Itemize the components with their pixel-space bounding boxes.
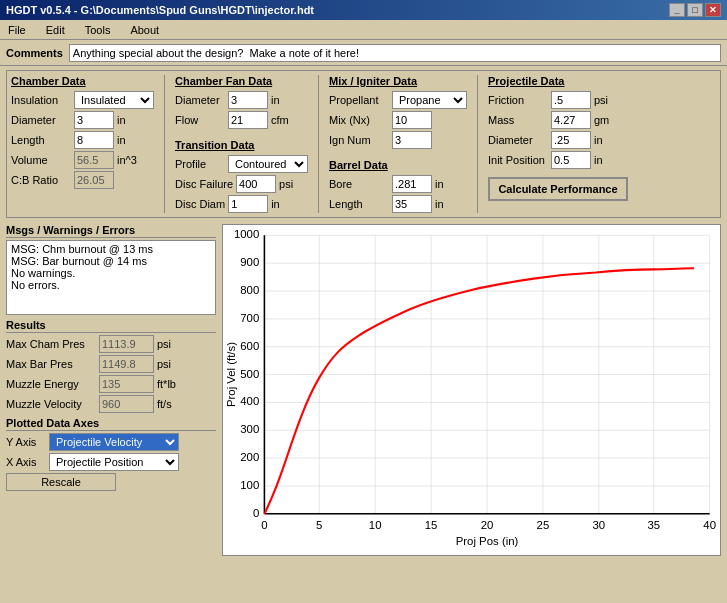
chamber-length-row: Length in — [11, 131, 154, 149]
disc-diam-label: Disc Diam — [175, 198, 225, 210]
profile-label: Profile — [175, 158, 225, 170]
minimize-button[interactable]: _ — [669, 3, 685, 17]
max-bar-pres-row: Max Bar Pres psi — [6, 355, 216, 373]
chamber-volume-label: Volume — [11, 154, 71, 166]
comments-bar: Comments — [0, 40, 727, 66]
svg-text:200: 200 — [240, 451, 259, 463]
muzzle-velocity-row: Muzzle Velocity ft/s — [6, 395, 216, 413]
init-position-input[interactable] — [551, 151, 591, 169]
results-section: Results Max Cham Pres psi Max Bar Pres p… — [6, 319, 216, 413]
disc-diam-input[interactable] — [228, 195, 268, 213]
mass-input[interactable] — [551, 111, 591, 129]
bore-row: Bore in — [329, 175, 467, 193]
barrel-length-label: Length — [329, 198, 389, 210]
propellant-select[interactable]: Propane Butane Methane — [392, 91, 467, 109]
messages-title: Msgs / Warnings / Errors — [6, 224, 216, 238]
svg-text:20: 20 — [481, 519, 494, 531]
title-bar: HGDT v0.5.4 - G:\Documents\Spud Guns\HGD… — [0, 0, 727, 20]
chamber-length-unit: in — [117, 134, 142, 146]
friction-label: Friction — [488, 94, 548, 106]
svg-text:15: 15 — [425, 519, 438, 531]
max-bar-pres-unit: psi — [157, 358, 182, 370]
fan-data-title: Chamber Fan Data — [175, 75, 308, 87]
messages-box: MSG: Chm burnout @ 13 ms MSG: Bar burnou… — [6, 240, 216, 315]
mix-nx-input[interactable] — [392, 111, 432, 129]
window-title: HGDT v0.5.4 - G:\Documents\Spud Guns\HGD… — [6, 4, 314, 16]
top-panels: Chamber Data Insulation Insulated Non-In… — [6, 70, 721, 218]
proj-diameter-input[interactable] — [551, 131, 591, 149]
chamber-length-input[interactable] — [74, 131, 114, 149]
insulation-label: Insulation — [11, 94, 71, 106]
svg-text:0: 0 — [253, 507, 259, 519]
svg-text:1000: 1000 — [234, 228, 259, 240]
chamber-diameter-row: Diameter in — [11, 111, 154, 129]
mix-nx-label: Mix (Nx) — [329, 114, 389, 126]
svg-text:0: 0 — [261, 519, 267, 531]
msg-line-3: No warnings. — [11, 267, 211, 279]
chamber-data-title: Chamber Data — [11, 75, 154, 87]
calculate-performance-button[interactable]: Calculate Performance — [488, 177, 628, 201]
svg-text:600: 600 — [240, 340, 259, 352]
x-axis-select[interactable]: Projectile Position Time — [49, 453, 179, 471]
ign-num-input[interactable] — [392, 131, 432, 149]
maximize-button[interactable]: □ — [687, 3, 703, 17]
muzzle-velocity-label: Muzzle Velocity — [6, 398, 96, 410]
insulation-row: Insulation Insulated Non-Insulated — [11, 91, 154, 109]
x-axis-label: X Axis — [6, 456, 46, 468]
close-button[interactable]: ✕ — [705, 3, 721, 17]
proj-diameter-row: Diameter in — [488, 131, 628, 149]
fan-diameter-unit: in — [271, 94, 296, 106]
menu-edit[interactable]: Edit — [42, 23, 69, 37]
y-axis-select[interactable]: Projectile Velocity Chamber Pressure Bar… — [49, 433, 179, 451]
fan-diameter-input[interactable] — [228, 91, 268, 109]
chart-svg: 0 5 10 15 20 25 30 35 40 0 100 200 300 4… — [223, 225, 720, 555]
disc-failure-input[interactable] — [236, 175, 276, 193]
rescale-button[interactable]: Rescale — [6, 473, 116, 491]
svg-text:400: 400 — [240, 395, 259, 407]
propellant-label: Propellant — [329, 94, 389, 106]
menu-about[interactable]: About — [126, 23, 163, 37]
insulation-select[interactable]: Insulated Non-Insulated — [74, 91, 154, 109]
menu-file[interactable]: File — [4, 23, 30, 37]
chamber-diameter-input[interactable] — [74, 111, 114, 129]
window-controls: _ □ ✕ — [669, 3, 721, 17]
fan-flow-input[interactable] — [228, 111, 268, 129]
max-bar-pres-label: Max Bar Pres — [6, 358, 96, 370]
max-cham-pres-label: Max Cham Pres — [6, 338, 96, 350]
y-axis-label: Y Axis — [6, 436, 46, 448]
muzzle-energy-row: Muzzle Energy ft*lb — [6, 375, 216, 393]
cb-ratio-label: C:B Ratio — [11, 174, 71, 186]
y-axis-row: Y Axis Projectile Velocity Chamber Press… — [6, 433, 216, 451]
bore-input[interactable] — [392, 175, 432, 193]
proj-diameter-unit: in — [594, 134, 619, 146]
disc-failure-unit: psi — [279, 178, 304, 190]
init-position-unit: in — [594, 154, 619, 166]
axes-section: Plotted Data Axes Y Axis Projectile Velo… — [6, 417, 216, 491]
chamber-diameter-unit: in — [117, 114, 142, 126]
mix-data-title: Mix / Igniter Data — [329, 75, 467, 87]
barrel-length-row: Length in — [329, 195, 467, 213]
cb-ratio-row: C:B Ratio — [11, 171, 154, 189]
svg-text:30: 30 — [593, 519, 606, 531]
friction-unit: psi — [594, 94, 619, 106]
max-cham-pres-unit: psi — [157, 338, 182, 350]
svg-text:100: 100 — [240, 479, 259, 491]
chamber-volume-input — [74, 151, 114, 169]
profile-select[interactable]: Contoured Straight — [228, 155, 308, 173]
fan-diameter-row: Diameter in — [175, 91, 308, 109]
barrel-length-input[interactable] — [392, 195, 432, 213]
friction-input[interactable] — [551, 91, 591, 109]
menu-tools[interactable]: Tools — [81, 23, 115, 37]
fan-diameter-label: Diameter — [175, 94, 225, 106]
svg-text:10: 10 — [369, 519, 382, 531]
profile-row: Profile Contoured Straight — [175, 155, 308, 173]
init-position-row: Init Position in — [488, 151, 628, 169]
chamber-length-label: Length — [11, 134, 71, 146]
propellant-row: Propellant Propane Butane Methane — [329, 91, 467, 109]
svg-text:500: 500 — [240, 368, 259, 380]
bore-label: Bore — [329, 178, 389, 190]
comments-input[interactable] — [69, 44, 721, 62]
muzzle-velocity-input — [99, 395, 154, 413]
mass-row: Mass gm — [488, 111, 628, 129]
ign-num-label: Ign Num — [329, 134, 389, 146]
